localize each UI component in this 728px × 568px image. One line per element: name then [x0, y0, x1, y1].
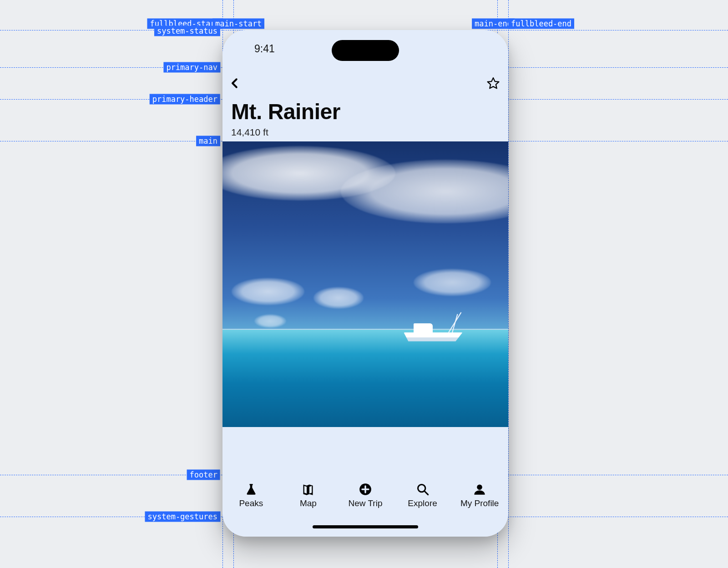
- hero-boat-icon: [404, 320, 463, 342]
- tab-map[interactable]: Map: [280, 475, 337, 517]
- guide-label: main-start: [212, 19, 264, 29]
- guide-label: system-gestures: [145, 512, 220, 522]
- tab-label: Explore: [408, 498, 437, 508]
- tab-explore[interactable]: Explore: [394, 475, 451, 517]
- guide-label: system-status: [154, 26, 220, 36]
- body-spacer: [222, 427, 508, 475]
- guide-label: fullbleed-start: [147, 19, 222, 29]
- add-circle-icon: [359, 483, 372, 496]
- home-indicator[interactable]: [313, 525, 418, 528]
- guide-label: main-end: [472, 19, 515, 29]
- search-icon: [416, 483, 429, 496]
- tab-new-trip[interactable]: New Trip: [337, 475, 394, 517]
- person-icon: [473, 483, 486, 496]
- primary-nav: [222, 67, 508, 99]
- svg-line-2: [424, 491, 428, 495]
- guide-label: fullbleed-end: [508, 19, 574, 29]
- footer-tabbar: Peaks Map New Trip Explore: [222, 475, 508, 517]
- chevron-left-icon: [228, 76, 242, 90]
- guide-label: primary-header: [150, 94, 220, 105]
- tab-my-profile[interactable]: My Profile: [451, 475, 508, 517]
- dynamic-island: [332, 40, 399, 61]
- hero-image: [222, 141, 508, 427]
- guide-label: main: [196, 136, 220, 146]
- phone-frame: 9:41 Mt. Rainier 14,410 ft: [222, 30, 508, 537]
- system-gesture-bar: [222, 517, 508, 537]
- flask-icon: [245, 483, 258, 496]
- main: [222, 141, 508, 475]
- tab-label: Peaks: [239, 498, 263, 508]
- tab-label: Map: [300, 498, 317, 508]
- map-icon: [302, 483, 314, 496]
- tab-peaks[interactable]: Peaks: [222, 475, 280, 517]
- primary-header: Mt. Rainier 14,410 ft: [222, 99, 508, 141]
- status-time: 9:41: [254, 43, 275, 55]
- svg-point-3: [477, 485, 482, 490]
- guide-label: primary-nav: [163, 62, 220, 73]
- star-outline-icon: [486, 76, 500, 90]
- page-title: Mt. Rainier: [231, 99, 500, 124]
- guide-label: footer: [187, 470, 220, 480]
- back-button[interactable]: [228, 76, 242, 90]
- tab-label: New Trip: [349, 498, 383, 508]
- favorite-button[interactable]: [486, 76, 500, 90]
- guide-fullbleed-end: [508, 0, 509, 568]
- system-status-bar: 9:41: [222, 30, 508, 67]
- page-subtitle: 14,410 ft: [231, 127, 500, 138]
- tab-label: My Profile: [460, 498, 499, 508]
